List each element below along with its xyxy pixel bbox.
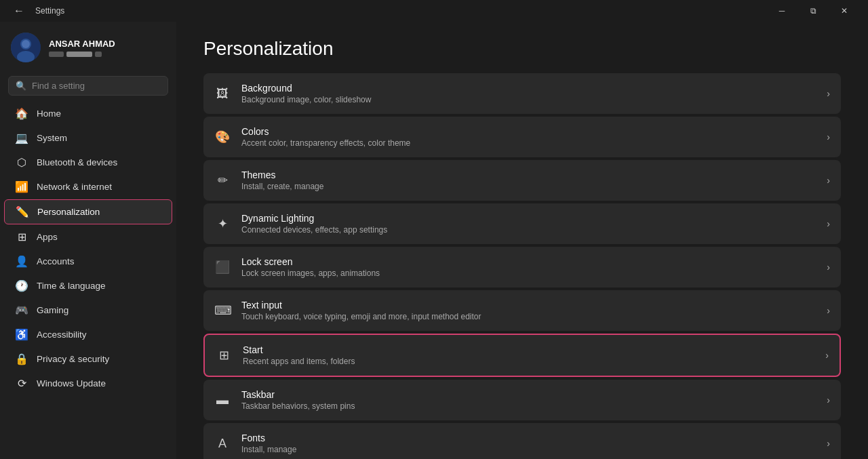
text-input-title: Text input <box>241 300 816 311</box>
sidebar-item-system[interactable]: 💻 System <box>4 126 172 150</box>
time-icon: 🕐 <box>15 279 28 292</box>
sidebar-item-home[interactable]: 🏠 Home <box>4 102 172 125</box>
settings-item-text-input[interactable]: ⌨ Text input Touch keyboard, voice typin… <box>203 290 841 331</box>
personalization-icon: ✏️ <box>16 205 29 218</box>
start-title: Start <box>243 344 814 355</box>
app-body: ANSAR AHMAD 🔍 🏠 Home 💻 System ⬡ Bluetoot… <box>0 22 868 459</box>
sidebar-item-bluetooth[interactable]: ⬡ Bluetooth & devices <box>4 151 172 174</box>
search-icon: 🔍 <box>16 81 26 91</box>
lock-screen-text: Lock screen Lock screen images, apps, an… <box>241 256 816 278</box>
network-icon: 📶 <box>15 180 28 193</box>
sidebar-item-accounts[interactable]: 👤 Accounts <box>4 250 172 273</box>
start-chevron: › <box>825 350 829 361</box>
lock-screen-desc: Lock screen images, apps, animations <box>241 268 816 278</box>
settings-item-lock-screen[interactable]: ⬛ Lock screen Lock screen images, apps, … <box>203 247 841 287</box>
sidebar-item-personalization[interactable]: ✏️ Personalization <box>4 199 172 224</box>
background-icon: 🖼 <box>214 87 231 101</box>
sidebar-label-home: Home <box>37 108 61 119</box>
settings-item-dynamic-lighting[interactable]: ✦ Dynamic Lighting Connected devices, ef… <box>203 203 841 244</box>
taskbar-desc: Taskbar behaviors, system pins <box>241 401 816 411</box>
taskbar-chevron: › <box>827 395 830 405</box>
sidebar-item-gaming[interactable]: 🎮 Gaming <box>4 298 172 322</box>
search-box[interactable]: 🔍 <box>8 76 168 96</box>
lock-screen-icon: ⬛ <box>214 260 231 275</box>
fonts-chevron: › <box>827 438 830 449</box>
background-title: Background <box>241 83 816 94</box>
themes-icon: ✏ <box>214 173 231 188</box>
settings-list: 🖼 Background Background image, color, sl… <box>203 73 841 459</box>
user-info: ANSAR AHMAD <box>49 39 115 57</box>
page-title: Personalization <box>203 38 841 60</box>
home-icon: 🏠 <box>15 107 28 120</box>
colors-title: Colors <box>241 126 816 137</box>
main-content: Personalization 🖼 Background Background … <box>176 22 868 459</box>
user-section[interactable]: ANSAR AHMAD <box>0 24 176 71</box>
window-controls: ─ ⧉ ✕ <box>766 0 860 22</box>
minimize-button[interactable]: ─ <box>766 0 797 22</box>
dynamic-lighting-icon: ✦ <box>214 216 231 231</box>
settings-item-fonts[interactable]: A Fonts Install, manage › <box>203 423 841 459</box>
settings-item-start[interactable]: ⊞ Start Recent apps and items, folders › <box>203 334 841 377</box>
settings-item-background[interactable]: 🖼 Background Background image, color, sl… <box>203 73 841 114</box>
close-button[interactable]: ✕ <box>829 0 860 22</box>
sidebar-label-bluetooth: Bluetooth & devices <box>37 157 117 167</box>
dynamic-lighting-chevron: › <box>827 218 830 229</box>
sidebar-label-accessibility: Accessibility <box>37 330 87 340</box>
sidebar-label-apps: Apps <box>37 232 58 242</box>
user-name: ANSAR AHMAD <box>49 39 115 49</box>
sidebar-item-accessibility[interactable]: ♿ Accessibility <box>4 323 172 346</box>
themes-text: Themes Install, create, manage <box>241 169 816 191</box>
accounts-icon: 👤 <box>15 255 28 268</box>
sidebar-label-time: Time & language <box>37 281 106 291</box>
search-input[interactable] <box>32 81 161 91</box>
status-bar-3 <box>95 52 102 57</box>
themes-desc: Install, create, manage <box>241 182 816 191</box>
text-input-text: Text input Touch keyboard, voice typing,… <box>241 300 816 321</box>
lock-screen-chevron: › <box>827 262 830 273</box>
accessibility-icon: ♿ <box>15 328 28 341</box>
dynamic-lighting-title: Dynamic Lighting <box>241 213 816 224</box>
title-bar: ← Settings ─ ⧉ ✕ <box>0 0 868 22</box>
privacy-icon: 🔒 <box>15 353 28 365</box>
colors-chevron: › <box>827 132 830 142</box>
sidebar-item-time[interactable]: 🕐 Time & language <box>4 274 172 298</box>
dynamic-lighting-text: Dynamic Lighting Connected devices, effe… <box>241 213 816 235</box>
maximize-button[interactable]: ⧉ <box>797 0 829 22</box>
user-status-row <box>49 52 115 57</box>
start-icon: ⊞ <box>216 348 232 363</box>
settings-item-taskbar[interactable]: ▬ Taskbar Taskbar behaviors, system pins… <box>203 380 841 420</box>
themes-chevron: › <box>827 175 830 186</box>
sidebar-label-accounts: Accounts <box>37 256 75 266</box>
fonts-title: Fonts <box>241 433 816 443</box>
sidebar-item-windows-update[interactable]: ⟳ Windows Update <box>4 372 172 395</box>
bluetooth-icon: ⬡ <box>15 156 28 169</box>
settings-item-colors[interactable]: 🎨 Colors Accent color, transparency effe… <box>203 117 841 157</box>
text-input-icon: ⌨ <box>214 303 231 318</box>
back-button[interactable]: ← <box>8 2 30 20</box>
sidebar-item-privacy[interactable]: 🔒 Privacy & security <box>4 347 172 371</box>
svg-point-3 <box>22 40 30 48</box>
colors-desc: Accent color, transparency effects, colo… <box>241 138 816 148</box>
fonts-text: Fonts Install, manage <box>241 433 816 454</box>
start-desc: Recent apps and items, folders <box>243 357 814 366</box>
fonts-desc: Install, manage <box>241 445 816 454</box>
gaming-icon: 🎮 <box>15 304 28 317</box>
sidebar-label-gaming: Gaming <box>37 305 68 315</box>
background-text: Background Background image, color, slid… <box>241 83 816 104</box>
sidebar-label-system: System <box>37 133 67 143</box>
lock-screen-title: Lock screen <box>241 256 816 267</box>
colors-icon: 🎨 <box>214 129 231 144</box>
taskbar-title: Taskbar <box>241 389 816 400</box>
text-input-desc: Touch keyboard, voice typing, emoji and … <box>241 312 816 321</box>
sidebar-item-apps[interactable]: ⊞ Apps <box>4 225 172 249</box>
sidebar-label-privacy: Privacy & security <box>37 354 109 364</box>
sidebar-label-network: Network & internet <box>37 182 112 192</box>
sidebar-item-network[interactable]: 📶 Network & internet <box>4 175 172 199</box>
status-bar-1 <box>49 52 64 57</box>
sidebar-nav: 🏠 Home 💻 System ⬡ Bluetooth & devices 📶 … <box>0 101 176 396</box>
system-icon: 💻 <box>15 132 28 144</box>
settings-item-themes[interactable]: ✏ Themes Install, create, manage › <box>203 160 841 201</box>
title-bar-title: Settings <box>35 6 64 16</box>
status-bar-2 <box>66 52 92 57</box>
windows-update-icon: ⟳ <box>15 377 28 390</box>
